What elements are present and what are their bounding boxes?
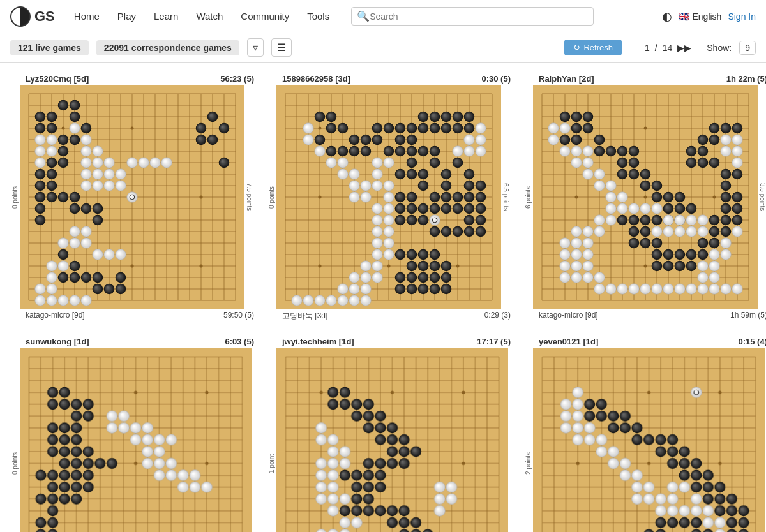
logo[interactable]: GS (10, 6, 55, 27)
board-wrapper: 6 points 3.5 points (523, 85, 766, 309)
time-bottom: 1h 59m (5) (730, 311, 766, 320)
time-top: 1h 22m (5) (726, 74, 766, 84)
time-top: 0:30 (5) (481, 74, 511, 84)
page-sep: / (655, 43, 657, 53)
logo-text: GS (34, 8, 55, 25)
show-number[interactable]: 9 (739, 41, 756, 55)
show-label: Show: (707, 43, 732, 53)
board-wrapper: 0 points (10, 348, 254, 532)
right-label: 3.5 points (758, 85, 766, 309)
correspondence-games-badge: 22091 correspondence games (96, 40, 239, 55)
nav-community[interactable]: Community (234, 7, 296, 26)
toolbar: 121 live games 22091 correspondence game… (0, 33, 766, 63)
refresh-button[interactable]: ↻ Refresh (564, 40, 622, 55)
live-games-badge: 121 live games (10, 40, 89, 55)
game-header: 15898662958 [3d] 0:30 (5) (267, 73, 511, 85)
nav-learn[interactable]: Learn (147, 7, 184, 26)
theme-toggle[interactable]: ◐ (662, 10, 672, 24)
game-footer: 고딩바둑 [3d] 0:29 (3) (267, 309, 511, 323)
player-top: sunwukong [1d] (26, 337, 89, 346)
board-wrapper: 0 points 6.5 points (267, 85, 511, 309)
go-board[interactable] (20, 85, 244, 309)
refresh-icon: ↻ (573, 43, 580, 52)
nav-right: ◐ 🇬🇧 English Sign In (662, 10, 756, 24)
logo-icon (10, 6, 31, 27)
game-footer: katago-micro [9d] 1h 59m (5) (523, 309, 766, 321)
language-label: English (692, 11, 721, 22)
go-board[interactable] (276, 85, 501, 309)
player-top: jwyi.techheim [1d] (282, 337, 354, 346)
left-label: 0 points (10, 348, 20, 532)
nav-watch[interactable]: Watch (190, 7, 229, 26)
game-header: Lyz520Cmq [5d] 56:23 (5) (10, 73, 254, 85)
left-label: 2 points (523, 348, 533, 532)
game-card[interactable]: sunwukong [1d] 6:03 (5) 0 points (10, 336, 254, 532)
time-top: 56:23 (5) (220, 74, 254, 84)
right-label (508, 348, 511, 532)
left-label: 0 points (10, 85, 20, 309)
left-label: 0 points (267, 85, 276, 309)
language-selector[interactable]: 🇬🇧 English (679, 11, 721, 22)
game-footer: katago-micro [9d] 59:50 (5) (10, 309, 254, 321)
page-last-icon[interactable]: ▶▶ (677, 43, 691, 53)
pagination: 1 / 14 ▶▶ (645, 43, 691, 53)
game-header: yeven0121 [1d] 0:15 (4) (523, 336, 766, 348)
refresh-label: Refresh (583, 43, 613, 52)
list-view-icon[interactable]: ☰ (271, 38, 292, 57)
game-card[interactable]: yeven0121 [1d] 0:15 (4) 2 points (523, 336, 766, 532)
page-current: 1 (645, 43, 650, 53)
search-input[interactable] (370, 11, 588, 22)
filter-icon[interactable]: ▿ (247, 38, 264, 57)
search-icon: 🔍 (357, 10, 370, 22)
player-top: RalphYan [2d] (539, 74, 594, 84)
navbar: GS Home Play Learn Watch Community Tools… (0, 0, 766, 33)
game-header: sunwukong [1d] 6:03 (5) (10, 336, 254, 348)
player-bottom: katago-micro [9d] (539, 311, 598, 320)
sign-in-link[interactable]: Sign In (728, 11, 756, 22)
right-label: 7.5 points (244, 85, 254, 309)
player-bottom: 고딩바둑 [3d] (282, 311, 327, 321)
time-top: 0:15 (4) (738, 337, 766, 346)
player-top: yeven0121 [1d] (539, 337, 598, 346)
board-wrapper: 2 points (523, 348, 766, 532)
nav-play[interactable]: Play (111, 7, 142, 26)
go-board[interactable] (533, 348, 765, 532)
game-card[interactable]: 15898662958 [3d] 0:30 (5) 0 points 6.5 p… (267, 73, 511, 323)
time-bottom: 0:29 (3) (484, 311, 511, 321)
go-board[interactable] (533, 85, 758, 309)
time-bottom: 59:50 (5) (223, 311, 254, 320)
left-label: 6 points (523, 85, 533, 309)
right-label: 6.5 points (501, 85, 511, 309)
game-card[interactable]: jwyi.techheim [1d] 17:17 (5) 1 point (267, 336, 511, 532)
player-top: 15898662958 [3d] (282, 74, 350, 84)
game-header: jwyi.techheim [1d] 17:17 (5) (267, 336, 511, 348)
game-card[interactable]: RalphYan [2d] 1h 22m (5) 6 points 3.5 po… (523, 73, 766, 323)
player-top: Lyz520Cmq [5d] (26, 74, 89, 84)
left-label: 1 point (267, 348, 276, 532)
game-grid: Lyz520Cmq [5d] 56:23 (5) 0 points 7.5 po… (0, 63, 766, 532)
game-card[interactable]: Lyz520Cmq [5d] 56:23 (5) 0 points 7.5 po… (10, 73, 254, 323)
go-board[interactable] (20, 348, 252, 532)
game-header: RalphYan [2d] 1h 22m (5) (523, 73, 766, 85)
flag-icon: 🇬🇧 (679, 11, 689, 22)
page-total: 14 (663, 43, 673, 53)
nav-tools[interactable]: Tools (301, 7, 336, 26)
time-top: 17:17 (5) (477, 337, 511, 346)
player-bottom: katago-micro [9d] (26, 311, 85, 320)
go-board[interactable] (276, 348, 508, 532)
nav-home[interactable]: Home (68, 7, 106, 26)
search-bar[interactable]: 🔍 (351, 7, 594, 26)
right-label (252, 348, 254, 532)
time-top: 6:03 (5) (225, 337, 254, 346)
board-wrapper: 0 points 7.5 points (10, 85, 254, 309)
board-wrapper: 1 point (267, 348, 511, 532)
